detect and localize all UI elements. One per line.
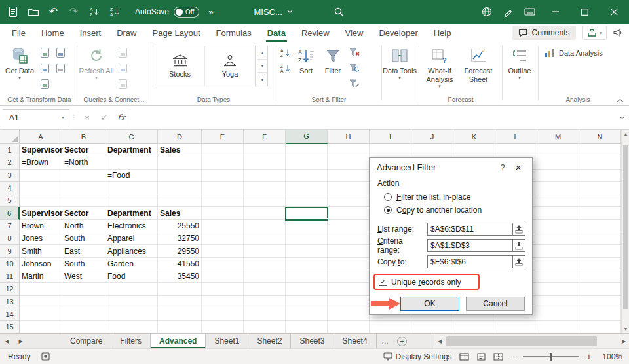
cell-F15[interactable] (244, 321, 286, 333)
cell-M5[interactable] (537, 194, 579, 207)
clear-filter-icon[interactable] (347, 45, 362, 60)
cell-A5[interactable] (20, 194, 62, 207)
cell-G4[interactable] (286, 182, 328, 194)
ribbon-tab-insert[interactable]: Insert (72, 24, 109, 42)
from-text-csv-icon[interactable] (37, 45, 52, 60)
cell-F14[interactable] (244, 308, 286, 321)
cell-B12[interactable] (62, 283, 105, 295)
cell-E9[interactable] (202, 245, 244, 257)
cell-F6[interactable] (244, 207, 286, 219)
cell-F1[interactable] (244, 144, 286, 156)
zoom-thumb[interactable] (550, 353, 552, 361)
cell-E5[interactable] (202, 194, 244, 207)
ribbon-tab-formulas[interactable]: Formulas (208, 24, 259, 42)
horizontal-scroll-thumb[interactable] (446, 336, 597, 346)
cell-E3[interactable] (202, 170, 244, 182)
cell-E12[interactable] (202, 283, 244, 295)
column-header-B[interactable]: B (62, 130, 105, 144)
cell-N11[interactable] (579, 270, 621, 283)
sort-button[interactable]: AZ Sort (293, 45, 319, 75)
cell-I15[interactable] (370, 321, 411, 333)
cell-F11[interactable] (244, 270, 286, 283)
cell-A4[interactable] (20, 182, 62, 194)
cell-D1[interactable]: Sales (158, 144, 202, 156)
cell-F12[interactable] (244, 283, 286, 295)
scroll-right-icon[interactable]: ▶ (619, 338, 629, 344)
megaphone-icon[interactable] (613, 29, 622, 37)
cell-M14[interactable] (537, 308, 579, 321)
cell-C13[interactable] (105, 296, 158, 308)
cell-N13[interactable] (579, 296, 621, 308)
cell-D7[interactable]: 25550 (158, 220, 202, 232)
cell-D5[interactable] (158, 194, 202, 207)
cell-N12[interactable] (579, 283, 621, 295)
cell-B4[interactable] (62, 182, 105, 194)
cell-N2[interactable] (579, 156, 621, 169)
cell-H1[interactable] (328, 144, 370, 156)
cell-E4[interactable] (202, 182, 244, 194)
cell-B9[interactable]: East (62, 245, 105, 257)
cell-G15[interactable] (286, 321, 328, 333)
cell-C10[interactable]: Garden (105, 258, 158, 270)
refresh-all-button[interactable]: Refresh All▾ (78, 45, 115, 80)
cell-E7[interactable] (202, 220, 244, 232)
cell-F3[interactable] (244, 170, 286, 182)
cell-E1[interactable] (202, 144, 244, 156)
cell-H9[interactable] (328, 245, 370, 257)
cell-M7[interactable] (537, 220, 579, 232)
name-box-dropdown-icon[interactable]: ▾ (57, 115, 69, 120)
column-header-D[interactable]: D (158, 130, 202, 144)
cell-M2[interactable] (537, 156, 579, 169)
what-if-analysis-button[interactable]: ? What-If Analysis▾ (420, 45, 459, 88)
dialog-title-bar[interactable]: Advanced Filter ? × (370, 158, 532, 176)
fill-handle[interactable] (326, 218, 329, 221)
cell-F5[interactable] (244, 194, 286, 207)
unique-records-checkbox[interactable]: ✓ Unique records only (375, 278, 461, 287)
cell-C9[interactable]: Appliances (105, 245, 158, 257)
workbook-title[interactable]: MISC... (254, 7, 292, 17)
criteria-range-picker-icon[interactable] (513, 239, 525, 252)
cell-H14[interactable] (328, 308, 370, 321)
cell-H8[interactable] (328, 232, 370, 245)
cell-M8[interactable] (537, 232, 579, 245)
gallery-down-icon[interactable]: ▼ (257, 60, 267, 73)
workbook-links-icon[interactable] (115, 76, 130, 92)
cell-C15[interactable] (105, 321, 158, 333)
cell-N14[interactable] (579, 308, 621, 321)
cell-C11[interactable]: Food (105, 270, 158, 283)
cell-A11[interactable]: Martin (20, 270, 62, 283)
cell-N7[interactable] (579, 220, 621, 232)
cell-B2[interactable]: =North (62, 156, 105, 169)
cell-G13[interactable] (286, 296, 328, 308)
column-header-J[interactable]: J (411, 130, 453, 144)
cell-C6[interactable]: Department (105, 207, 158, 219)
cell-N4[interactable] (579, 182, 621, 194)
pen-icon[interactable] (497, 0, 519, 24)
normal-view-icon[interactable] (459, 353, 469, 361)
row-header-5[interactable]: 5 (0, 194, 20, 207)
cell-F2[interactable] (244, 156, 286, 169)
cell-A2[interactable]: =Brown (20, 156, 62, 169)
cell-D2[interactable] (158, 156, 202, 169)
criteria-range-input[interactable]: $A$1:$D$3 (427, 239, 513, 252)
cell-B6[interactable]: Sector (62, 207, 105, 219)
cell-D13[interactable] (158, 296, 202, 308)
ribbon-tab-review[interactable]: Review (294, 24, 337, 42)
data-type-yoga[interactable]: Yoga (205, 46, 255, 86)
cell-G1[interactable] (286, 144, 328, 156)
ribbon-tab-view[interactable]: View (337, 24, 372, 42)
column-header-E[interactable]: E (202, 130, 244, 144)
column-header-G[interactable]: G (286, 130, 328, 144)
cell-D6[interactable]: Sales (158, 207, 202, 219)
cell-M12[interactable] (537, 283, 579, 295)
filter-in-place-radio[interactable]: Filter the list, in-place (384, 192, 470, 202)
cell-A7[interactable]: Brown (20, 220, 62, 232)
cell-A3[interactable] (20, 170, 62, 182)
cell-G11[interactable] (286, 270, 328, 283)
cell-D9[interactable]: 29550 (158, 245, 202, 257)
cell-C14[interactable] (105, 308, 158, 321)
ribbon-tab-home[interactable]: Home (33, 24, 72, 42)
cell-N1[interactable] (579, 144, 621, 156)
cell-M3[interactable] (537, 170, 579, 182)
row-header-1[interactable]: 1 (0, 144, 20, 156)
